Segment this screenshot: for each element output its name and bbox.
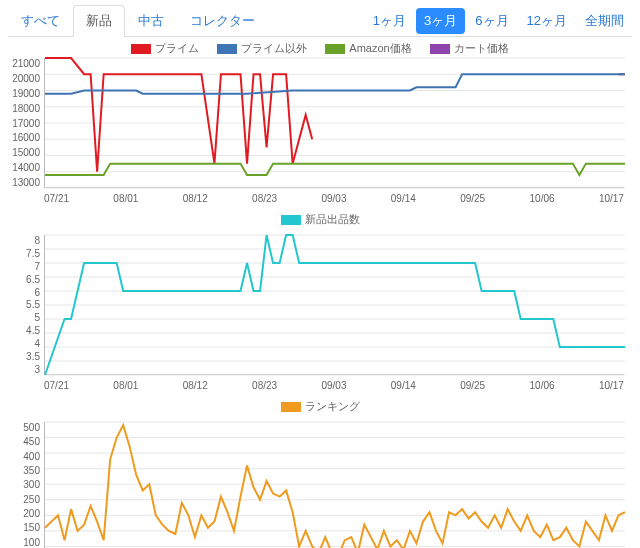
legend-item[interactable]: プライム [131, 41, 199, 56]
rank-y-axis: 50045040035030025020015010050 [8, 422, 40, 548]
legend-item[interactable]: カート価格 [430, 41, 509, 56]
type-tabs: すべて新品中古コレクター [8, 4, 268, 36]
type-tab-2[interactable]: 中古 [125, 5, 177, 36]
rank-plot [44, 422, 624, 548]
legend-item[interactable]: ランキング [281, 399, 360, 414]
legend-price: プライムプライム以外Amazon価格カート価格 [8, 41, 632, 56]
price-chart: 2100020000190001800017000160001500014000… [8, 58, 632, 208]
price-y-axis: 2100020000190001800017000160001500014000… [8, 58, 40, 188]
legend-count: 新品出品数 [8, 212, 632, 227]
period-tabs: 1ヶ月3ヶ月6ヶ月12ヶ月全期間 [365, 8, 632, 34]
period-tab-4[interactable]: 全期間 [577, 8, 632, 34]
legend-rank: ランキング [8, 399, 632, 414]
legend-label: カート価格 [454, 41, 509, 56]
legend-swatch [281, 215, 301, 225]
type-tab-0[interactable]: すべて [8, 5, 73, 36]
legend-swatch [281, 402, 301, 412]
legend-swatch [430, 44, 450, 54]
period-tab-2[interactable]: 6ヶ月 [467, 8, 516, 34]
count-y-axis: 87.576.565.554.543.53 [8, 235, 40, 375]
count-chart: 87.576.565.554.543.53 07/2108/0108/1208/… [8, 235, 632, 395]
legend-item[interactable]: 新品出品数 [281, 212, 360, 227]
count-x-axis: 07/2108/0108/1208/2309/0309/1409/2510/06… [44, 380, 624, 391]
rank-chart: 50045040035030025020015010050 07/2108/01… [8, 422, 632, 548]
legend-item[interactable]: プライム以外 [217, 41, 307, 56]
legend-label: プライム以外 [241, 41, 307, 56]
price-x-axis: 07/2108/0108/1208/2309/0309/1409/2510/06… [44, 193, 624, 204]
legend-swatch [325, 44, 345, 54]
legend-swatch [131, 44, 151, 54]
period-tab-1[interactable]: 3ヶ月 [416, 8, 465, 34]
legend-label: Amazon価格 [349, 41, 411, 56]
period-tab-3[interactable]: 12ヶ月 [519, 8, 575, 34]
legend-item[interactable]: Amazon価格 [325, 41, 411, 56]
period-tab-0[interactable]: 1ヶ月 [365, 8, 414, 34]
tabs-row: すべて新品中古コレクター 1ヶ月3ヶ月6ヶ月12ヶ月全期間 [8, 4, 632, 36]
price-plot [44, 58, 624, 188]
legend-swatch [217, 44, 237, 54]
legend-label: プライム [155, 41, 199, 56]
legend-label: ランキング [305, 399, 360, 414]
count-plot [44, 235, 624, 375]
type-tab-3[interactable]: コレクター [177, 5, 268, 36]
type-tab-1[interactable]: 新品 [73, 5, 125, 37]
legend-label: 新品出品数 [305, 212, 360, 227]
